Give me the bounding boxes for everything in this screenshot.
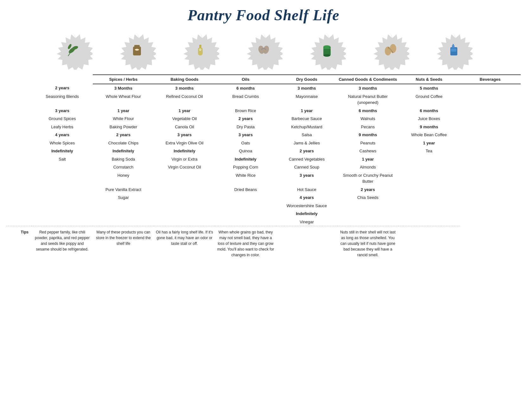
cell-beverages-row-13 [398,202,460,210]
cell-oils-row-6: Extra Virgin Olive Oil [154,139,215,147]
cell-spices-row-6: Whole Spices [32,139,93,147]
cell-oils-row-5: 3 years [154,131,215,139]
shelf-life-table: Spices / HerbsBaking GoodsOilsDry GoodsC… [6,74,521,259]
cell-beverages-row-3: Juice Boxes [398,115,460,123]
cell-baking-row-14 [93,210,154,218]
cell-canned-row-14: Indefinitely [276,210,337,218]
cell-spices-row-13 [32,202,93,210]
row-label-empty [6,202,32,210]
cell-canned-row-9: Canned Soup [276,163,337,171]
cell-baking-row-6: Chocolate Chips [93,139,154,147]
cell-spices-row-0: 2 years [32,84,93,92]
cell-beverages-row-6: 1 year [398,139,460,147]
row-label-empty [6,186,32,194]
cell-spices-row-5: 4 years [32,131,93,139]
cell-beverages-row-9 [398,163,460,171]
cell-beverages-row-4: 9 months [398,123,460,131]
cell-baking-row-15 [93,218,154,226]
cell-oils-row-10 [154,171,215,186]
spacer-header [6,75,32,84]
icon-cell-spices [42,30,105,71]
cell-nuts-row-12: Chia Seeds [337,194,398,202]
cell-baking-row-2: 1 year [93,107,154,115]
cell-spices-row-2: 3 years [32,107,93,115]
svg-rect-9 [198,47,203,55]
cell-spices-row-9 [32,163,93,171]
cell-dry-row-10: White Rice [215,171,276,186]
row-label-empty [6,123,32,131]
cell-nuts-row-15 [337,218,398,226]
cell-dry-row-5: 3 years [215,131,276,139]
cell-spices-row-1: Seasoning Blends [32,92,93,107]
cell-baking-row-13 [93,202,154,210]
cell-nuts-row-0: 3 months [337,84,398,92]
cell-canned-row-13: Worcestershire Sauce [276,202,337,210]
cell-beverages-row-1: Ground Coffee [398,92,460,107]
table-row: IndefinitelyIndefinitelyIndefinitelyQuin… [6,147,521,155]
cell-dry-row-4: Dry Pasta [215,123,276,131]
cell-baking-row-7: Indefinitely [93,147,154,155]
cell-nuts-row-9: Almonds [337,163,398,171]
cell-oils-row-3: Vegetable Oil [154,115,215,123]
table-row: 4 years2 years3 years3 yearsSalsa9 month… [6,131,521,139]
table-row: 2 years3 Months3 months6 months3 months3… [6,84,521,92]
cell-spices-row-12 [32,194,93,202]
cell-dry-row-14 [215,210,276,218]
cell-canned-row-0: 3 months [276,84,337,92]
cell-baking-row-9: Cornstarch [93,163,154,171]
row-label-empty [6,115,32,123]
icon-cell-canned [295,30,359,71]
cell-canned-row-8: Canned Vegetables [276,155,337,163]
row-label-empty [6,194,32,202]
cell-canned-row-7: 2 years [276,147,337,155]
cell-baking-row-5: 2 years [93,131,154,139]
cell-nuts-row-4: Pecans [337,123,398,131]
header-dry: Dry Goods [276,75,337,84]
cell-dry-row-13 [215,202,276,210]
header-oils: Oils [215,75,276,84]
cell-canned-row-6: Jams & Jellies [276,139,337,147]
table-row: 3 years1 year1 yearBrown Rice1 year6 mon… [6,107,521,115]
cell-nuts-row-8: 1 year [337,155,398,163]
cell-spices-row-14 [32,210,93,218]
cell-canned-row-5: Salsa [276,131,337,139]
tips-spices: Red pepper family, like chili powder, pa… [32,226,93,259]
cell-beverages-row-0: 5 months [398,84,460,92]
cell-canned-row-4: Ketchup/Mustard [276,123,337,131]
table-row: Vinegar [6,218,521,226]
header-beverages: Beverages [460,75,521,84]
table-row: Sugar4 yearsChia Seeds [6,194,521,202]
table-row: Whole SpicesChocolate ChipsExtra Virgin … [6,139,521,147]
cell-spices-row-15 [32,218,93,226]
cell-nuts-row-6: Peanuts [337,139,398,147]
cell-baking-row-11: Pure Vanilla Extract [93,186,154,194]
tips-label: Tips [6,226,32,259]
cell-spices-row-8: Salt [32,155,93,163]
row-label-empty [6,210,32,218]
tips-row: TipsRed pepper family, like chili powder… [6,226,521,259]
cell-beverages-row-7: Tea [398,147,460,155]
cell-spices-row-4: Leafy Herbs [32,123,93,131]
svg-rect-10 [199,45,201,48]
table-row: Leafy HerbsBaking PowderCanola OilDry Pa… [6,123,521,131]
header-baking: Baking Goods [154,75,215,84]
cell-canned-row-3: Barbecue Sauce [276,115,337,123]
cell-dry-row-9: Popping Corn [215,163,276,171]
cell-dry-row-1: Bread Crumbs [215,92,276,107]
cell-nuts-row-7: Cashews [337,147,398,155]
cell-dry-row-15 [215,218,276,226]
svg-rect-7 [134,45,140,47]
cell-beverages-row-12 [398,194,460,202]
cell-nuts-row-10: Smooth or Crunchy Peanut Butter [337,171,398,186]
cell-baking-row-3: White Flour [93,115,154,123]
cell-spices-row-10 [32,171,93,186]
icon-cell-beverages [422,30,485,71]
cell-beverages-row-2: 6 months [398,107,460,115]
tips-dry: When whole grains go bad, they may not s… [215,226,276,259]
page-title: Pantry Food Shelf Life [6,6,521,24]
cell-beverages-row-8 [398,155,460,163]
cell-nuts-row-11: 2 years [337,186,398,194]
icon-cell-oils [168,30,232,71]
svg-rect-19 [323,48,331,49]
row-label-empty [6,92,32,107]
